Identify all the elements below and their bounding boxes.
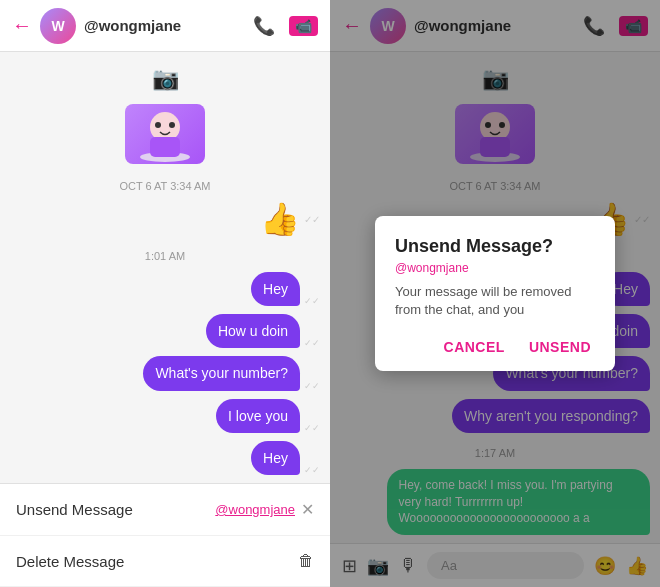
username-label: @wongmjane xyxy=(84,17,245,34)
svg-point-4 xyxy=(169,122,175,128)
video-icon[interactable]: 📹 xyxy=(289,16,318,36)
dialog-body: Your message will be removed from the ch… xyxy=(395,283,595,319)
unsend-dialog: Unsend Message? @wongmjane Your message … xyxy=(375,216,615,371)
message-bubble: What's your number? xyxy=(143,356,300,390)
msg-check: ✓✓ xyxy=(304,381,320,391)
left-header: ← W @wongmjane 📞 📹 xyxy=(0,0,330,52)
phone-icon[interactable]: 📞 xyxy=(253,15,275,37)
message-bubble: Hey xyxy=(251,272,300,306)
action-sheet: Unsend Message @wongmjane ✕ Delete Messa… xyxy=(0,483,330,587)
message-bubble: Hey xyxy=(251,441,300,475)
table-row: I love you ✓✓ xyxy=(10,399,320,433)
thumb-up: 👍 ✓✓ xyxy=(10,200,320,238)
close-icon[interactable]: ✕ xyxy=(301,500,314,519)
camera-icon: 📷 xyxy=(10,66,320,92)
timestamp-2: 1:01 AM xyxy=(10,250,320,262)
header-icons: 📞 📹 xyxy=(253,15,318,37)
msg-check: ✓✓ xyxy=(304,296,320,306)
delete-label: Delete Message xyxy=(16,553,124,570)
overlay: Unsend Message? @wongmjane Your message … xyxy=(330,0,660,587)
message-bubble: How u doin xyxy=(206,314,300,348)
dialog-title: Unsend Message? xyxy=(395,236,595,257)
trash-icon: 🗑 xyxy=(298,552,314,570)
unsend-button[interactable]: UNSEND xyxy=(525,335,595,359)
msg-check: ✓✓ xyxy=(304,423,320,433)
table-row: How u doin ✓✓ xyxy=(10,314,320,348)
msg-check: ✓✓ xyxy=(304,338,320,348)
left-panel: ← W @wongmjane 📞 📹 📷 OCT 6 AT xyxy=(0,0,330,587)
msg-check: ✓✓ xyxy=(304,465,320,475)
unsend-action[interactable]: Unsend Message @wongmjane ✕ xyxy=(0,484,330,536)
message-bubble: I love you xyxy=(216,399,300,433)
unsend-label: Unsend Message xyxy=(16,501,133,518)
delete-action[interactable]: Delete Message 🗑 xyxy=(0,536,330,587)
timestamp-1: OCT 6 AT 3:34 AM xyxy=(10,180,320,192)
back-button[interactable]: ← xyxy=(12,14,32,37)
right-panel: ← W @wongmjane 📞 📹 📷 OCT 6 AT 3:34 AM xyxy=(330,0,660,587)
thumb-emoji: 👍 xyxy=(260,200,300,238)
unsend-badge: @wongmjane ✕ xyxy=(215,500,314,519)
sticker-image xyxy=(125,104,205,164)
left-chat-body: 📷 OCT 6 AT 3:34 AM 👍 ✓✓ 1:01 AM He xyxy=(0,52,330,483)
svg-point-3 xyxy=(155,122,161,128)
avatar: W xyxy=(40,8,76,44)
dialog-subtitle: @wongmjane xyxy=(395,261,595,275)
svg-rect-2 xyxy=(150,137,180,157)
cancel-button[interactable]: CANCEL xyxy=(440,335,509,359)
table-row: Hey ✓✓ xyxy=(10,272,320,306)
sticker-area xyxy=(10,104,320,164)
mention-tag: @wongmjane xyxy=(215,502,295,517)
dialog-actions: CANCEL UNSEND xyxy=(395,335,595,359)
table-row: Hey ✓✓ xyxy=(10,441,320,475)
check-icon: ✓✓ xyxy=(304,214,320,225)
table-row: What's your number? ✓✓ xyxy=(10,356,320,390)
